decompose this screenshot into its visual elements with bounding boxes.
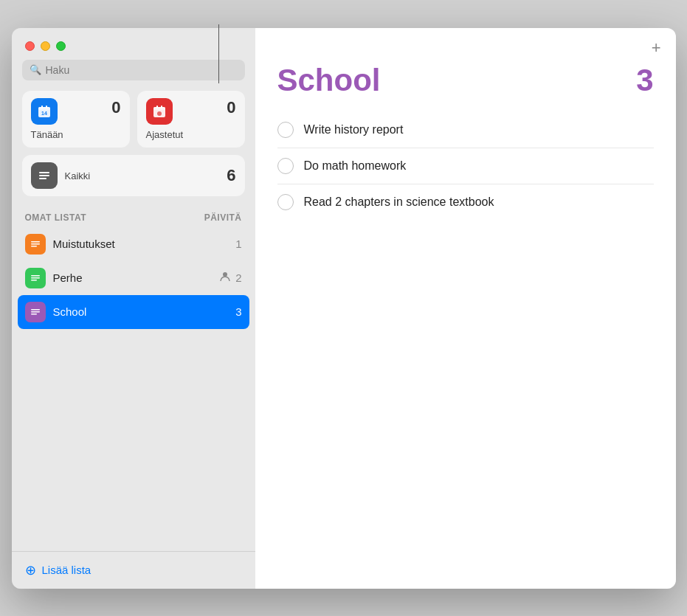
task-1-text: Write history report <box>304 123 404 136</box>
main-toolbar: + <box>255 28 676 56</box>
sidebar: 🔍 14 0 <box>12 28 255 589</box>
tanaan-count: 0 <box>111 98 120 117</box>
svg-rect-15 <box>31 246 37 247</box>
smart-list-kaikki[interactable]: Kaikki 6 <box>22 155 245 196</box>
school-name: School <box>53 305 229 318</box>
muistutukset-name: Muistutukset <box>53 238 229 250</box>
school-icon <box>25 302 46 322</box>
ajastetut-icon <box>146 98 173 125</box>
section-header: Omat listat PÄIVITÄ <box>12 208 255 227</box>
close-button[interactable] <box>25 41 35 51</box>
ajastetut-count: 0 <box>227 98 235 117</box>
main-count: 3 <box>636 63 653 97</box>
school-count: 3 <box>235 305 241 318</box>
perhe-meta: 2 <box>219 271 241 285</box>
list-item-school[interactable]: School 3 <box>18 295 249 329</box>
svg-rect-9 <box>161 105 162 108</box>
smart-list-ajastetut[interactable]: 0 Ajastetut <box>137 91 245 148</box>
svg-text:14: 14 <box>41 111 47 116</box>
add-task-button[interactable]: + <box>652 40 661 56</box>
list-item-perhe[interactable]: Perhe 2 <box>18 261 249 295</box>
svg-rect-1 <box>38 107 50 110</box>
perhe-name: Perhe <box>53 271 213 284</box>
task-3-checkbox[interactable] <box>277 194 294 210</box>
perhe-count: 2 <box>235 271 241 284</box>
tanaan-icon: 14 <box>31 98 58 125</box>
main-title: School <box>277 63 381 97</box>
kaikki-count: 6 <box>227 166 235 185</box>
maximize-button[interactable] <box>56 41 66 51</box>
add-list-label: Lisää lista <box>42 564 92 576</box>
svg-rect-6 <box>153 107 165 110</box>
sidebar-footer[interactable]: ⊕ Lisää lista <box>12 551 255 589</box>
section-action-button[interactable]: PÄIVITÄ <box>204 212 242 223</box>
svg-rect-22 <box>31 314 37 315</box>
task-row[interactable]: Read 2 chapters in science textbook <box>277 184 654 220</box>
svg-rect-12 <box>39 178 46 179</box>
svg-rect-16 <box>31 275 40 277</box>
search-icon: 🔍 <box>30 64 41 75</box>
muistutukset-icon <box>25 234 46 255</box>
svg-rect-17 <box>31 277 40 279</box>
svg-rect-13 <box>31 241 40 243</box>
list-item-muistutukset[interactable]: Muistutukset 1 <box>18 227 249 261</box>
svg-rect-21 <box>31 311 40 313</box>
minimize-button[interactable] <box>41 41 50 51</box>
search-input[interactable] <box>46 64 238 76</box>
shared-icon <box>219 271 231 285</box>
smart-list-tanaan[interactable]: 14 0 Tänään <box>22 91 130 148</box>
task-2-text: Do math homework <box>304 159 407 173</box>
tasks-list: Write history report Do math homework Re… <box>255 112 676 589</box>
search-bar[interactable]: 🔍 <box>22 60 245 80</box>
main-content: + School 3 Write history report Do math … <box>255 28 676 589</box>
add-list-icon: ⊕ <box>25 562 36 578</box>
smart-lists: 14 0 Tänään <box>12 91 255 205</box>
svg-rect-14 <box>31 243 40 245</box>
ajastetut-label: Ajastetut <box>146 129 236 140</box>
list-items: Muistutukset 1 Perhe <box>12 227 255 551</box>
task-row[interactable]: Write history report <box>277 112 654 148</box>
svg-rect-18 <box>31 280 37 281</box>
svg-rect-8 <box>156 105 158 108</box>
task-2-checkbox[interactable] <box>277 158 294 174</box>
svg-point-7 <box>157 111 162 116</box>
task-3-text: Read 2 chapters in science textbook <box>304 195 494 209</box>
svg-rect-20 <box>31 309 40 311</box>
app-window: Päivitä iCloud-muistutukset klikkaamalla… <box>12 28 676 589</box>
svg-point-19 <box>223 272 227 277</box>
task-1-checkbox[interactable] <box>277 122 294 138</box>
svg-rect-4 <box>46 105 47 108</box>
svg-rect-10 <box>39 172 49 173</box>
section-title: Omat listat <box>25 212 86 223</box>
svg-rect-3 <box>41 105 43 108</box>
task-row[interactable]: Do math homework <box>277 148 654 184</box>
main-header: School 3 <box>255 56 676 112</box>
svg-rect-11 <box>39 175 49 176</box>
tooltip-line <box>218 24 219 83</box>
tanaan-label: Tänään <box>31 129 121 140</box>
kaikki-icon <box>31 162 58 189</box>
perhe-icon <box>25 268 46 288</box>
kaikki-label: Kaikki <box>65 170 91 181</box>
muistutukset-count: 1 <box>235 238 241 250</box>
